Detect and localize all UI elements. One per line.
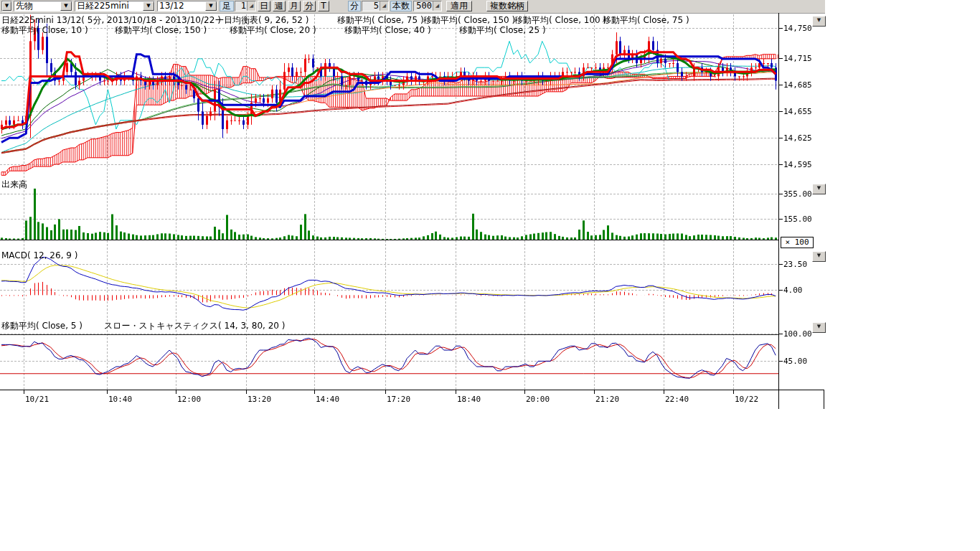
time-axis-label: 21:20 bbox=[595, 395, 619, 404]
price-axis-label: 14,595 bbox=[783, 160, 812, 169]
timeframe-minute-button[interactable]: 分 bbox=[303, 1, 316, 11]
price-axis-label: 14,715 bbox=[783, 54, 812, 63]
stoch-axis-label: 100.00 bbox=[783, 329, 812, 339]
minutes-stepper[interactable]: 5◢ bbox=[362, 1, 389, 11]
volume-pane-label: 出来高 bbox=[1, 179, 27, 191]
chevron-down-icon: ▼ bbox=[817, 17, 821, 23]
stoch-pane-menu-button[interactable]: ▼ bbox=[812, 322, 826, 333]
legend-item-2-4: 移動平均( Close, 25 ) bbox=[459, 24, 546, 37]
timeframe-tick-button[interactable]: T bbox=[318, 1, 329, 11]
minutes-value: 5 bbox=[362, 1, 380, 11]
toolbar: ▼ 先物▼ 日経225mini▼ 13/12▼ 足 1◢ 日 週 月 分 T 分… bbox=[0, 0, 825, 14]
bar-count-value: 500 bbox=[414, 1, 433, 11]
chevron-down-icon: ▼ bbox=[817, 185, 821, 191]
stepper-icon[interactable]: ◢ bbox=[433, 1, 441, 11]
stepper-icon[interactable]: ◢ bbox=[247, 1, 255, 11]
symbol-value: 日経225mini bbox=[75, 1, 143, 11]
toolbar-small-dropdown[interactable]: ▼ bbox=[1, 1, 12, 11]
contract-month-value: 13/12 bbox=[158, 1, 205, 11]
chevron-down-icon[interactable]: ▼ bbox=[2, 1, 11, 11]
legend-item-5: 移動平均( Close, 75 ) bbox=[603, 14, 689, 27]
legend-item-2-2: 移動平均( Close, 20 ) bbox=[230, 24, 316, 37]
chevron-down-icon[interactable]: ▼ bbox=[143, 1, 154, 11]
timeframe-week-button[interactable]: 週 bbox=[273, 1, 286, 11]
time-axis-label: 17:20 bbox=[387, 395, 410, 404]
chevron-down-icon: ▼ bbox=[817, 253, 821, 258]
stoch-axis-label: 45.00 bbox=[783, 357, 807, 366]
legend-item-2-1: 移動平均( Close, 150 ) bbox=[115, 24, 207, 37]
bar-type-label: 足 bbox=[220, 1, 234, 11]
stepper-icon[interactable]: ◢ bbox=[380, 1, 388, 11]
macd-pane-label: MACD( 12, 26, 9 ) bbox=[1, 250, 77, 260]
price-axis-label: 14,685 bbox=[783, 80, 812, 90]
time-axis-label: 10:40 bbox=[108, 395, 132, 404]
timeframe-day-button[interactable]: 日 bbox=[258, 1, 270, 11]
price-axis-label: 14,625 bbox=[783, 133, 812, 143]
price-axis-label: 14,750 bbox=[783, 24, 812, 33]
multi-symbol-button[interactable]: 複数銘柄 bbox=[486, 1, 528, 11]
volume-pane-menu-button[interactable]: ▼ bbox=[812, 184, 826, 194]
apply-button[interactable]: 適用 bbox=[446, 1, 472, 11]
instrument-type-select[interactable]: 先物▼ bbox=[14, 1, 72, 11]
chart-canvas[interactable] bbox=[0, 13, 825, 415]
price-axis-label: 14,655 bbox=[783, 107, 812, 116]
minutes-label: 分 bbox=[348, 1, 361, 11]
bar-count-label: 本数 bbox=[390, 1, 412, 11]
time-axis-label: 22:40 bbox=[665, 395, 689, 404]
stoch-ma-pane-label: 移動平均( Close, 5 ) bbox=[1, 320, 83, 332]
macd-axis-label: 4.00 bbox=[783, 286, 803, 295]
time-axis-label: 10/22 bbox=[735, 395, 758, 404]
time-axis-label: 13:20 bbox=[248, 395, 271, 404]
bar-interval-stepper[interactable]: 1◢ bbox=[235, 1, 256, 11]
stoch-pane-label: スロー・ストキャスティクス( 14, 3, 80, 20 ) bbox=[104, 320, 285, 332]
volume-multiplier-badge: × 100 bbox=[781, 237, 814, 248]
legend-item-2-3: 移動平均( Close, 40 ) bbox=[344, 24, 431, 37]
time-axis-label: 18:40 bbox=[457, 395, 481, 404]
volume-axis-label: 155.00 bbox=[783, 215, 812, 224]
volume-axis-label: 355.00 bbox=[783, 189, 812, 199]
time-axis-label: 12:00 bbox=[177, 395, 201, 404]
time-axis-label: 10/21 bbox=[25, 395, 49, 404]
contract-month-select[interactable]: 13/12▼ bbox=[157, 1, 217, 11]
time-axis-label: 20:00 bbox=[526, 395, 550, 404]
chevron-down-icon[interactable]: ▼ bbox=[60, 1, 72, 11]
legend-item-2-0: 移動平均( Close, 10 ) bbox=[1, 24, 88, 37]
bar-count-stepper[interactable]: 500◢ bbox=[413, 1, 442, 11]
price-pane-menu-button[interactable]: ▼ bbox=[812, 16, 826, 27]
macd-axis-label: 23.50 bbox=[783, 260, 807, 269]
timeframe-month-button[interactable]: 月 bbox=[288, 1, 301, 11]
chevron-down-icon[interactable]: ▼ bbox=[205, 1, 217, 11]
bar-interval-value: 1 bbox=[235, 1, 247, 11]
symbol-select[interactable]: 日経225mini▼ bbox=[75, 1, 155, 11]
macd-pane-menu-button[interactable]: ▼ bbox=[812, 251, 826, 262]
instrument-type-value: 先物 bbox=[14, 1, 60, 11]
time-axis-label: 14:40 bbox=[316, 395, 339, 404]
chevron-down-icon: ▼ bbox=[817, 324, 821, 329]
